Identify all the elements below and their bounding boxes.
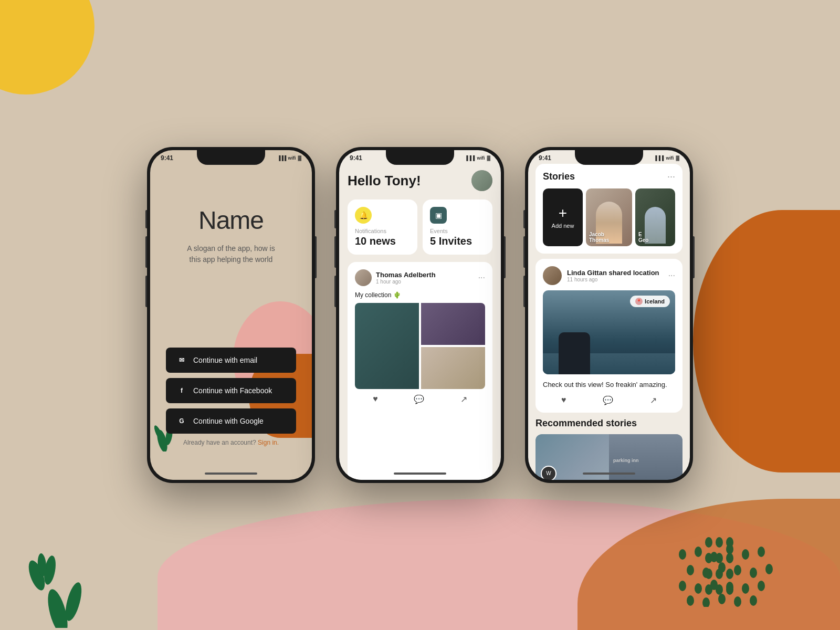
location-name: Iceland [645,298,665,304]
location-post-card: Linda Gittan shared location 11 hours ag… [536,259,682,413]
iceland-location-badge: 📍 Iceland [630,296,670,307]
phone-volume-mute [145,210,147,228]
location-post-avatar [543,266,562,285]
dots-right [672,544,777,609]
location-post-author-info: Linda Gittan shared location 11 hours ag… [567,269,659,282]
share-button[interactable]: ↗ [460,394,467,404]
signal-icon: ▐▐▐ [277,155,286,161]
phone-3-home-indicator [583,472,635,475]
post-image-grid [355,303,485,389]
phone-3-time: 9:41 [539,154,551,162]
comment-button-3[interactable]: 💬 [603,395,613,405]
like-button-3[interactable]: ♥ [561,395,566,405]
wifi-icon-2: wifi [477,155,485,161]
svg-point-16 [765,564,773,574]
story-geo-label: EGeo [638,232,672,243]
svg-point-25 [718,594,726,604]
stories-section: Stories ··· + Add new [536,164,682,254]
stories-header: Stories ··· [543,171,675,182]
svg-point-22 [758,581,765,591]
location-post-time: 11 hours ago [567,277,659,282]
location-post-actions: ♥ 💬 ↗ [543,395,675,405]
app-name: Name [166,206,296,235]
svg-point-12 [702,568,710,578]
post-card: Thomas Adelberth 1 hour ago ··· My colle… [348,262,492,480]
user-avatar[interactable] [471,170,492,191]
notifications-card[interactable]: 🔔 Notifications 10 news [348,200,417,255]
auth-buttons: ✉ Continue with email f Continue with Fa… [166,348,296,446]
signal-icon-3: ▐▐▐ [654,155,664,161]
bell-icon: 🔔 [355,207,372,224]
add-story-plus-icon: + [559,206,567,220]
share-button-3[interactable]: ↗ [650,395,657,405]
post-title: My collection 🌵 [355,291,485,299]
phone-2-volume-up [334,236,336,268]
phone-1-background: 9:41 ▐▐▐ wifi ▓ Name A slogan of the app… [150,150,312,480]
story-jacob-thomas[interactable]: JacobThomas [586,188,632,246]
phone-1-content: Name A slogan of the app, how isthis app… [150,164,312,480]
post-image-2 [421,303,485,345]
svg-point-20 [726,582,733,592]
phone-2-time: 9:41 [350,154,362,162]
svg-point-11 [687,565,694,575]
story-jacob-label: JacobThomas [589,232,629,243]
add-story-button[interactable]: + Add new [543,188,583,246]
post-image-1 [355,303,419,389]
phone-3-status-icons: ▐▐▐ wifi ▓ [654,155,679,161]
email-icon: ✉ [176,355,187,365]
post-more-button[interactable]: ··· [478,273,485,282]
wifi-icon-3: wifi [666,155,674,161]
phone-1-time: 9:41 [161,154,173,162]
phone-2-volume-mute [334,210,336,228]
phone-3-power [693,236,695,278]
svg-point-14 [734,565,741,575]
phone-2-screen: 9:41 ▐▐▐ wifi ▓ Hello Tony! [339,150,501,480]
svg-point-26 [734,596,741,607]
post-author-name: Thomas Adelberth [376,271,436,279]
svg-point-18 [695,583,702,594]
bg-yellow-circle [0,0,94,94]
svg-point-8 [726,544,733,554]
signin-link[interactable]: Sign in. [258,439,279,446]
events-label: Events [430,228,485,234]
battery-icon-3: ▓ [676,155,679,161]
email-button[interactable]: ✉ Continue with email [166,348,296,373]
phone-1-notch [197,150,265,165]
stories-more-button[interactable]: ··· [667,171,675,182]
comment-button[interactable]: 💬 [414,394,424,404]
location-post-image: 📍 Iceland [543,290,675,374]
svg-point-15 [750,568,757,578]
facebook-button[interactable]: f Continue with Facebook [166,378,296,403]
phone-2-content: Hello Tony! 🔔 Notifications 10 news ▣ [339,164,501,480]
svg-point-6 [695,547,702,557]
phone-2-notch [386,150,454,165]
phone-power [315,236,317,278]
stories-title: Stories [543,171,575,182]
home-header: Hello Tony! [348,164,492,200]
post-timestamp: 1 hour ago [376,279,436,285]
phone-2-background: 9:41 ▐▐▐ wifi ▓ Hello Tony! [339,150,501,480]
svg-point-5 [679,549,686,560]
svg-point-24 [702,597,710,607]
facebook-icon: f [176,385,187,396]
location-post-more-button[interactable]: ··· [668,271,675,280]
phone-3-content: Stories ··· + Add new [528,164,690,480]
calendar-icon: ▣ [430,207,447,224]
story-geo[interactable]: EGeo [635,188,675,246]
svg-point-17 [679,581,686,591]
phone-3-volume-up [523,236,525,268]
svg-point-19 [710,580,718,590]
events-card[interactable]: ▣ Events 5 Invites [423,200,492,255]
app-slogan: A slogan of the app, how isthis app help… [166,243,296,265]
greeting-text: Hello Tony! [348,173,421,189]
google-button[interactable]: G Continue with Google [166,408,296,434]
phone-volume-down [145,276,147,307]
post-header: Thomas Adelberth 1 hour ago ··· [355,269,485,286]
phone-3-notch [575,150,643,165]
signin-prompt: Already have an account? Sign in. [166,439,296,446]
notifications-label: Notifications [355,228,410,234]
post-author-info: Thomas Adelberth 1 hour ago [376,271,436,285]
phone-3-stories: 9:41 ▐▐▐ wifi ▓ Stories ··· [525,147,693,483]
like-button[interactable]: ♥ [373,394,378,404]
phone-2-power [504,236,506,278]
